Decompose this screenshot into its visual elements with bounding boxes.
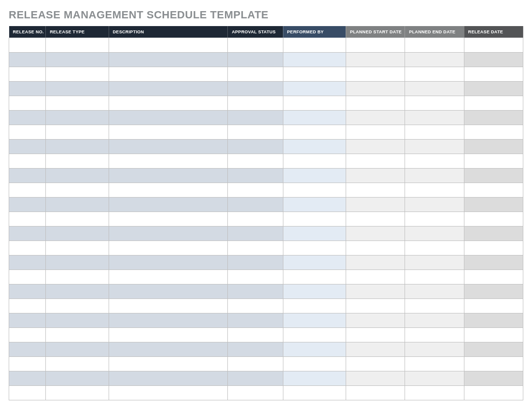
cell-planned-start-date[interactable]	[346, 269, 405, 284]
cell-planned-end-date[interactable]	[405, 385, 464, 400]
cell-description[interactable]	[109, 241, 228, 255]
cell-release-date[interactable]	[464, 313, 523, 327]
cell-release-date[interactable]	[464, 327, 523, 342]
cell-release-no[interactable]	[9, 356, 46, 371]
cell-planned-start-date[interactable]	[346, 110, 405, 125]
cell-planned-end-date[interactable]	[405, 371, 464, 385]
cell-planned-start-date[interactable]	[346, 342, 405, 356]
cell-release-date[interactable]	[464, 356, 523, 371]
cell-performed-by[interactable]	[283, 168, 346, 183]
cell-description[interactable]	[109, 269, 228, 284]
cell-performed-by[interactable]	[283, 226, 346, 241]
cell-performed-by[interactable]	[283, 385, 346, 400]
cell-approval-status[interactable]	[228, 269, 283, 284]
cell-release-no[interactable]	[9, 298, 46, 313]
cell-release-no[interactable]	[9, 371, 46, 385]
cell-release-date[interactable]	[464, 52, 523, 67]
cell-release-no[interactable]	[9, 183, 46, 197]
cell-release-no[interactable]	[9, 96, 46, 110]
cell-performed-by[interactable]	[283, 38, 346, 52]
cell-description[interactable]	[109, 342, 228, 356]
cell-approval-status[interactable]	[228, 96, 283, 110]
cell-planned-end-date[interactable]	[405, 38, 464, 52]
cell-release-no[interactable]	[9, 212, 46, 226]
cell-performed-by[interactable]	[283, 183, 346, 197]
cell-planned-start-date[interactable]	[346, 284, 405, 298]
cell-release-type[interactable]	[46, 96, 109, 110]
cell-release-no[interactable]	[9, 313, 46, 327]
cell-release-type[interactable]	[46, 356, 109, 371]
cell-planned-end-date[interactable]	[405, 197, 464, 212]
cell-approval-status[interactable]	[228, 371, 283, 385]
cell-release-no[interactable]	[9, 197, 46, 212]
cell-approval-status[interactable]	[228, 197, 283, 212]
cell-description[interactable]	[109, 385, 228, 400]
cell-description[interactable]	[109, 226, 228, 241]
cell-release-type[interactable]	[46, 139, 109, 154]
cell-release-type[interactable]	[46, 183, 109, 197]
cell-planned-end-date[interactable]	[405, 241, 464, 255]
cell-approval-status[interactable]	[228, 110, 283, 125]
cell-description[interactable]	[109, 168, 228, 183]
cell-release-no[interactable]	[9, 385, 46, 400]
cell-description[interactable]	[109, 154, 228, 168]
cell-planned-end-date[interactable]	[405, 67, 464, 81]
cell-release-no[interactable]	[9, 52, 46, 67]
cell-planned-start-date[interactable]	[346, 212, 405, 226]
cell-release-type[interactable]	[46, 168, 109, 183]
cell-release-no[interactable]	[9, 67, 46, 81]
cell-release-type[interactable]	[46, 212, 109, 226]
cell-release-date[interactable]	[464, 298, 523, 313]
cell-approval-status[interactable]	[228, 52, 283, 67]
cell-planned-start-date[interactable]	[346, 125, 405, 139]
cell-description[interactable]	[109, 38, 228, 52]
cell-planned-end-date[interactable]	[405, 342, 464, 356]
cell-planned-end-date[interactable]	[405, 356, 464, 371]
cell-release-no[interactable]	[9, 327, 46, 342]
cell-release-date[interactable]	[464, 168, 523, 183]
cell-release-type[interactable]	[46, 81, 109, 96]
cell-release-date[interactable]	[464, 67, 523, 81]
cell-planned-start-date[interactable]	[346, 226, 405, 241]
cell-release-no[interactable]	[9, 168, 46, 183]
cell-release-date[interactable]	[464, 154, 523, 168]
cell-release-type[interactable]	[46, 52, 109, 67]
cell-planned-start-date[interactable]	[346, 356, 405, 371]
cell-release-no[interactable]	[9, 139, 46, 154]
cell-planned-end-date[interactable]	[405, 226, 464, 241]
cell-planned-end-date[interactable]	[405, 313, 464, 327]
cell-planned-end-date[interactable]	[405, 154, 464, 168]
cell-release-no[interactable]	[9, 255, 46, 269]
cell-approval-status[interactable]	[228, 212, 283, 226]
cell-description[interactable]	[109, 371, 228, 385]
cell-release-date[interactable]	[464, 183, 523, 197]
cell-approval-status[interactable]	[228, 342, 283, 356]
cell-approval-status[interactable]	[228, 385, 283, 400]
cell-planned-start-date[interactable]	[346, 371, 405, 385]
cell-approval-status[interactable]	[228, 226, 283, 241]
cell-planned-start-date[interactable]	[346, 183, 405, 197]
cell-approval-status[interactable]	[228, 168, 283, 183]
cell-planned-start-date[interactable]	[346, 255, 405, 269]
cell-description[interactable]	[109, 52, 228, 67]
cell-performed-by[interactable]	[283, 327, 346, 342]
cell-planned-end-date[interactable]	[405, 284, 464, 298]
cell-release-date[interactable]	[464, 139, 523, 154]
cell-approval-status[interactable]	[228, 67, 283, 81]
cell-performed-by[interactable]	[283, 197, 346, 212]
cell-description[interactable]	[109, 81, 228, 96]
cell-release-type[interactable]	[46, 154, 109, 168]
cell-release-no[interactable]	[9, 226, 46, 241]
cell-description[interactable]	[109, 110, 228, 125]
cell-performed-by[interactable]	[283, 52, 346, 67]
cell-release-type[interactable]	[46, 298, 109, 313]
cell-release-no[interactable]	[9, 269, 46, 284]
cell-planned-end-date[interactable]	[405, 81, 464, 96]
cell-approval-status[interactable]	[228, 154, 283, 168]
cell-performed-by[interactable]	[283, 371, 346, 385]
cell-approval-status[interactable]	[228, 327, 283, 342]
cell-planned-start-date[interactable]	[346, 67, 405, 81]
cell-planned-start-date[interactable]	[346, 327, 405, 342]
cell-release-type[interactable]	[46, 371, 109, 385]
cell-planned-end-date[interactable]	[405, 125, 464, 139]
